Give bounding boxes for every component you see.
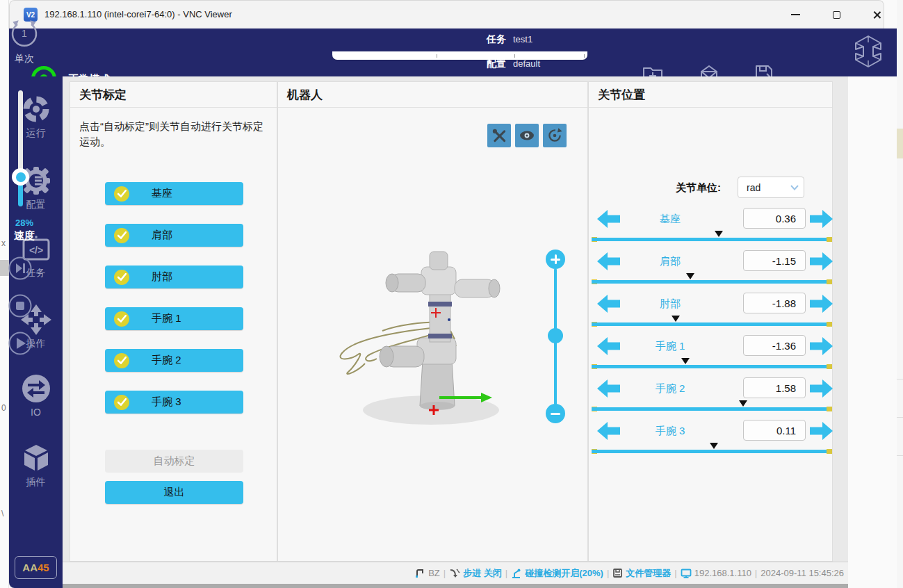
corner-arrow-icon	[415, 568, 425, 578]
desktop-artifact-text: 0	[1, 403, 6, 413]
sidebar-item-run[interactable]: 运行	[9, 94, 63, 140]
status-bar: BZ | 步进 关闭 | 碰撞检测开启(20%) | 文件管理器 | 192.1…	[63, 562, 848, 584]
joint-minus-arrow[interactable]	[597, 295, 620, 313]
joint-calibration-panel: 关节标定 点击“自动标定”则关节自动进行关节标定运动。 基座 肩部 肘部 手腕 …	[70, 81, 277, 562]
status-step[interactable]: 步进 关闭	[449, 567, 502, 580]
sidebar-item-label: 运行	[9, 127, 63, 140]
auto-calibrate-button[interactable]: 自动标定	[105, 450, 243, 473]
joint-plus-arrow[interactable]	[810, 337, 833, 355]
joint-minus-arrow[interactable]	[597, 422, 620, 440]
joint-slider-marker	[739, 400, 747, 407]
zoom-out-button[interactable]	[546, 404, 565, 423]
joint-slider-marker	[715, 231, 723, 237]
status-file-manager-label: 文件管理器	[626, 567, 671, 580]
joint-name: 手腕 3	[625, 425, 715, 438]
joint-name: 手腕 2	[625, 382, 715, 395]
joint-slider[interactable]	[592, 364, 832, 370]
sidebar-item-io[interactable]: IO	[9, 373, 63, 418]
maximize-button[interactable]	[820, 1, 852, 28]
joint-minus-arrow[interactable]	[597, 252, 620, 270]
joint-button-label: 肘部	[152, 270, 172, 284]
sidebar-item-plugin[interactable]: 插件	[9, 443, 63, 489]
titlebar: V2 192.168.1.110 (intel-corei7-64:0) - V…	[9, 0, 884, 28]
status-badge[interactable]: AA45	[15, 556, 57, 579]
rotate-icon	[546, 126, 564, 145]
joint-plus-arrow[interactable]	[810, 422, 833, 440]
status-bz-label: BZ	[428, 568, 440, 578]
check-icon	[114, 311, 129, 327]
status-datetime: 2024-09-11 15:45:26	[760, 568, 844, 578]
status-bz[interactable]: BZ	[415, 568, 440, 578]
joint-unit-label: 关节单位:	[617, 181, 721, 195]
joint-name: 基座	[625, 213, 715, 226]
robot-view-panel: 机器人	[277, 81, 588, 562]
joint-plus-arrow[interactable]	[810, 252, 833, 270]
joint-value[interactable]: -1.36	[743, 335, 806, 356]
joint-name: 肩部	[625, 255, 715, 268]
calibrate-joint-button-wrist2[interactable]: 手腕 2	[105, 349, 243, 372]
joint-slider[interactable]	[592, 237, 832, 243]
joint-slider[interactable]	[592, 407, 832, 412]
zoom-slider-handle[interactable]	[548, 328, 563, 343]
task-label: 任务	[487, 33, 506, 46]
step-forward-button[interactable]	[8, 256, 33, 281]
stop-icon	[8, 293, 33, 318]
tools-button[interactable]	[487, 124, 511, 147]
joint-minus-arrow[interactable]	[597, 337, 620, 355]
play-button[interactable]	[8, 331, 33, 356]
joint-value[interactable]: -1.88	[743, 293, 806, 313]
calibrate-joint-button-wrist1[interactable]: 手腕 1	[105, 307, 243, 330]
calibrate-joint-button-elbow[interactable]: 肘部	[105, 266, 243, 288]
status-step-label: 步进 关闭	[463, 567, 502, 580]
visibility-button[interactable]	[515, 124, 539, 147]
speed-slider-handle[interactable]	[12, 168, 29, 186]
panel-title: 机器人	[278, 82, 587, 108]
check-icon	[114, 353, 129, 368]
joint-button-label: 基座	[152, 187, 172, 200]
window-title: 192.168.1.110 (intel-corei7-64:0) - VNC …	[44, 9, 232, 19]
check-icon	[114, 228, 129, 243]
joint-plus-arrow[interactable]	[810, 210, 833, 228]
rotate-view-button[interactable]	[543, 124, 567, 147]
joint-minus-arrow[interactable]	[597, 379, 620, 398]
stop-button[interactable]	[8, 293, 33, 318]
status-ip[interactable]: 192.168.1.110	[681, 568, 751, 579]
joint-value[interactable]: 1.58	[743, 377, 806, 398]
joint-slider[interactable]	[592, 322, 832, 327]
tools-icon	[490, 126, 508, 145]
calibrate-joint-button-base[interactable]: 基座	[105, 182, 243, 205]
badge-text: 45	[38, 562, 49, 573]
config-label: 配置	[487, 58, 506, 70]
joint-value[interactable]: -1.15	[743, 250, 806, 271]
panel-title: 关节位置	[589, 82, 832, 108]
joint-minus-arrow[interactable]	[597, 210, 620, 228]
status-collision-label: 碰撞检测开启(20%)	[525, 567, 603, 580]
joint-unit-value: rad	[747, 182, 786, 193]
speed-slider-track[interactable]	[18, 90, 23, 177]
joint-position-panel: 关节位置 关节单位: rad 基座 0.36 肩部 -1.15 肘部 -1.88…	[588, 81, 833, 562]
calibrate-joint-button-wrist3[interactable]: 手腕 3	[105, 391, 243, 414]
joint-value[interactable]: 0.36	[743, 208, 806, 229]
vnc-toolbar-notch[interactable]	[332, 51, 587, 60]
joint-button-label: 手腕 1	[152, 312, 181, 325]
exit-button[interactable]: 退出	[105, 481, 243, 504]
status-collision[interactable]: 碰撞检测开启(20%)	[511, 567, 603, 580]
status-file-manager[interactable]: 文件管理器	[612, 567, 671, 580]
single-cycle-button[interactable]: 1 单次	[0, 18, 49, 65]
close-button[interactable]	[861, 1, 893, 28]
sidebar-item-label: IO	[9, 407, 63, 418]
zoom-in-button[interactable]	[546, 250, 565, 269]
joint-plus-arrow[interactable]	[810, 379, 833, 398]
calibration-instruction: 点击“自动标定”则关节自动进行关节标定运动。	[79, 119, 271, 149]
collision-icon	[511, 568, 522, 579]
minimize-button[interactable]	[779, 1, 811, 28]
calibrate-joint-button-shoulder[interactable]: 肩部	[105, 224, 243, 247]
chevron-down-icon	[786, 185, 804, 190]
joint-unit-select[interactable]: rad	[738, 177, 804, 198]
joint-value[interactable]: 0.11	[743, 420, 806, 441]
robot-3d-view[interactable]	[327, 249, 521, 436]
joint-slider[interactable]	[592, 279, 832, 285]
joint-name: 肘部	[625, 297, 715, 311]
joint-plus-arrow[interactable]	[810, 295, 833, 313]
joint-slider[interactable]	[592, 449, 832, 455]
